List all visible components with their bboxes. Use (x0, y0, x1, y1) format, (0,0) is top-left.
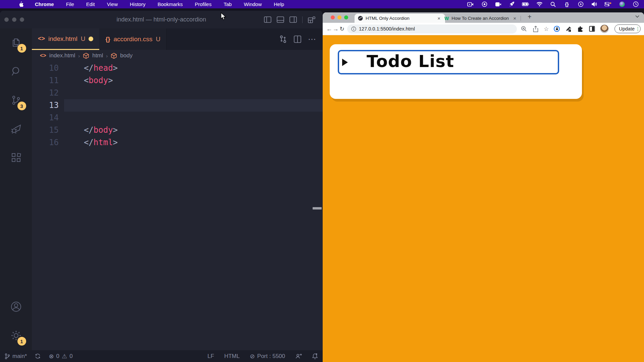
git-branch-item[interactable]: main* (5, 353, 27, 360)
chrome-tab-strip[interactable]: HTML Only Accordion × W How To Create an… (323, 12, 644, 23)
breadcrumb-node[interactable]: body (120, 52, 132, 59)
titlebar-separator (302, 16, 303, 23)
feedback-icon[interactable] (295, 353, 302, 359)
menu-item-tab[interactable]: Tab (224, 1, 232, 7)
url-text[interactable]: 127.0.0.1:5500/index.html (359, 26, 415, 32)
line-number: 16 (32, 136, 64, 149)
minimize-window-button[interactable] (12, 17, 16, 22)
explorer-icon[interactable]: 1 (7, 33, 25, 52)
chrome-tab-inactive[interactable]: W How To Create an Accordion × (442, 14, 520, 23)
code-line-14[interactable]: 14 (32, 112, 323, 124)
extension-darkmode-icon[interactable] (588, 25, 596, 33)
menu-item-edit[interactable]: Edit (86, 1, 95, 7)
zoom-window-button[interactable] (344, 15, 348, 19)
unsaved-dot-icon[interactable] (89, 37, 93, 41)
warning-count: 0 (69, 353, 72, 360)
run-debug-icon[interactable] (7, 120, 25, 138)
toggle-secondary-sidebar-icon[interactable] (289, 16, 297, 23)
wifi-icon[interactable] (536, 1, 543, 8)
split-editor-icon[interactable] (294, 36, 301, 43)
breadcrumb-node[interactable]: html (92, 52, 103, 59)
settings-gear-icon[interactable]: 1 (7, 326, 25, 345)
reload-button[interactable]: ↻ (339, 25, 345, 33)
share-icon[interactable] (532, 25, 539, 33)
close-window-button[interactable] (4, 17, 9, 22)
tab-accordion-css[interactable]: {} accordion.css U (99, 28, 167, 50)
zoom-icon[interactable] (520, 25, 528, 33)
tab-separator (521, 16, 521, 21)
code-editor[interactable]: 10 </head>11 <body>12131415 </body>16 </… (32, 61, 323, 350)
notifications-bell-icon[interactable] (312, 353, 318, 359)
menu-item-view[interactable]: View (107, 1, 118, 7)
menu-item-file[interactable]: File (66, 1, 74, 7)
update-button[interactable]: Update (614, 24, 641, 33)
search-sidebar-icon[interactable] (7, 62, 25, 81)
profile-avatar[interactable] (600, 24, 609, 33)
code-line-15[interactable]: 15 </body> (32, 124, 323, 136)
record-icon[interactable] (481, 1, 488, 8)
breadcrumb-file[interactable]: index.html (49, 52, 75, 59)
tab-close-icon[interactable]: × (512, 15, 518, 21)
tab-index-html[interactable]: <> index.html U (32, 28, 99, 50)
menu-item-profiles[interactable]: Profiles (195, 1, 212, 7)
back-button[interactable]: ← (326, 25, 332, 33)
extension-privacy-icon[interactable] (553, 25, 560, 33)
code-line-16[interactable]: 16 </html> (32, 136, 323, 149)
code-line-13[interactable]: 13 (32, 99, 323, 112)
address-bar[interactable]: 127.0.0.1:5500/index.html (347, 24, 517, 34)
play-circle-icon[interactable] (577, 1, 584, 8)
scrollbar-thumb[interactable] (313, 207, 322, 209)
line-content: </html> (64, 136, 323, 149)
bookmark-star-icon[interactable]: ☆ (544, 25, 549, 33)
search-icon[interactable] (549, 1, 557, 8)
explorer-badge: 1 (17, 44, 26, 53)
vscode-title-bar[interactable]: index.html — html-only-accordion (0, 11, 323, 28)
source-control-icon[interactable]: 3 (7, 91, 25, 110)
camera-icon[interactable] (494, 1, 502, 8)
close-window-button[interactable] (331, 15, 335, 19)
site-info-icon[interactable] (351, 26, 356, 32)
screen-record-icon[interactable] (467, 1, 474, 8)
apple-menu-icon[interactable] (18, 1, 23, 7)
line-content (64, 87, 323, 99)
tab-favicon-globe-icon (358, 16, 363, 21)
control-center-icon[interactable] (604, 1, 612, 8)
zoom-window-button[interactable] (20, 17, 24, 22)
menu-item-help[interactable]: Help (274, 1, 284, 7)
language-mode[interactable]: HTML (224, 353, 239, 360)
extension-eyedropper-icon[interactable] (565, 25, 572, 33)
live-server-port[interactable]: ⊘ Port : 5500 (250, 353, 285, 360)
forward-button[interactable]: → (332, 25, 339, 33)
more-actions-icon[interactable]: ⋯ (308, 35, 317, 44)
account-icon[interactable] (7, 297, 25, 316)
braces-icon[interactable]: {} (563, 1, 571, 8)
minimize-window-button[interactable] (337, 15, 341, 19)
rocket-icon[interactable] (508, 1, 516, 8)
extensions-icon[interactable] (7, 148, 25, 167)
accordion-summary[interactable]: Todo List (338, 50, 559, 74)
menu-item-bookmarks[interactable]: Bookmarks (158, 1, 183, 7)
tab-close-icon[interactable]: × (436, 15, 442, 21)
menu-item-history[interactable]: History (130, 1, 146, 7)
sync-changes-item[interactable] (35, 353, 41, 359)
battery-charging-icon[interactable] (522, 1, 529, 8)
toggle-sidebar-icon[interactable] (264, 16, 271, 23)
menu-item-chrome[interactable]: Chrome (35, 1, 54, 7)
compare-changes-icon[interactable] (279, 35, 287, 44)
toggle-panel-icon[interactable] (277, 16, 284, 23)
code-line-12[interactable]: 12 (32, 87, 323, 99)
breadcrumb[interactable]: <> index.html › html › body (32, 50, 323, 61)
new-tab-button[interactable]: + (526, 13, 534, 21)
code-line-10[interactable]: 10 </head> (32, 62, 323, 74)
tab-search-chevron-icon[interactable] (635, 15, 639, 18)
extensions-puzzle-icon[interactable] (577, 25, 584, 33)
problems-item[interactable]: ⊗ 0 ⚠ 0 (49, 353, 72, 360)
clock-icon[interactable] (632, 1, 639, 8)
code-line-11[interactable]: 11 <body> (32, 74, 323, 87)
customize-layout-icon[interactable] (308, 16, 315, 23)
menu-item-window[interactable]: Window (244, 1, 262, 7)
volume-icon[interactable] (591, 1, 598, 8)
chrome-tab-active[interactable]: HTML Only Accordion × (355, 14, 445, 23)
eol-indicator[interactable]: LF (208, 353, 214, 360)
siri-icon[interactable] (618, 1, 626, 8)
